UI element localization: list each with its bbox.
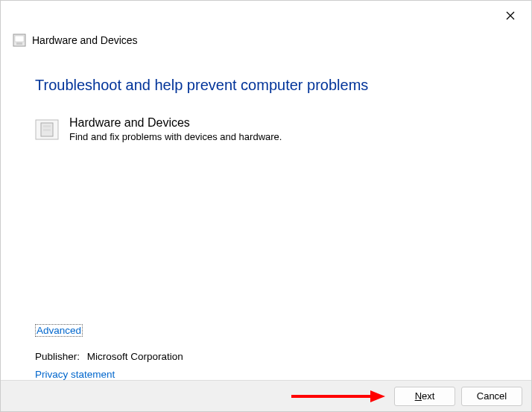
publisher-row: Publisher: Microsoft Corporation [35,351,183,362]
titlebar [1,1,531,31]
content-area: Troubleshoot and help prevent computer p… [1,56,531,142]
svg-rect-7 [43,125,51,127]
hardware-icon [35,118,59,142]
advanced-link[interactable]: Advanced [35,324,83,337]
next-button-rest: ext [422,390,434,402]
troubleshooter-item: Hardware and Devices Find and fix proble… [35,116,497,142]
svg-rect-3 [15,36,24,42]
window-title: Hardware and Devices [32,34,138,46]
publisher-value: Microsoft Corporation [87,351,183,362]
close-icon [506,11,515,20]
svg-rect-4 [16,42,22,45]
next-button[interactable]: Next [394,387,455,406]
privacy-statement-link[interactable]: Privacy statement [35,369,115,380]
cancel-button[interactable]: Cancel [461,387,522,406]
advanced-row: Advanced [35,323,83,337]
troubleshooter-description: Find and fix problems with devices and h… [69,131,282,142]
troubleshooter-text: Hardware and Devices Find and fix proble… [69,116,282,142]
svg-rect-8 [43,129,51,131]
window-header: Hardware and Devices [1,31,531,56]
page-heading: Troubleshoot and help prevent computer p… [35,77,497,94]
close-button[interactable] [498,4,522,28]
troubleshooter-name: Hardware and Devices [69,116,282,130]
publisher-label: Publisher: [35,351,80,362]
troubleshooter-window-icon [13,34,26,47]
footer: Next Cancel [1,380,531,411]
